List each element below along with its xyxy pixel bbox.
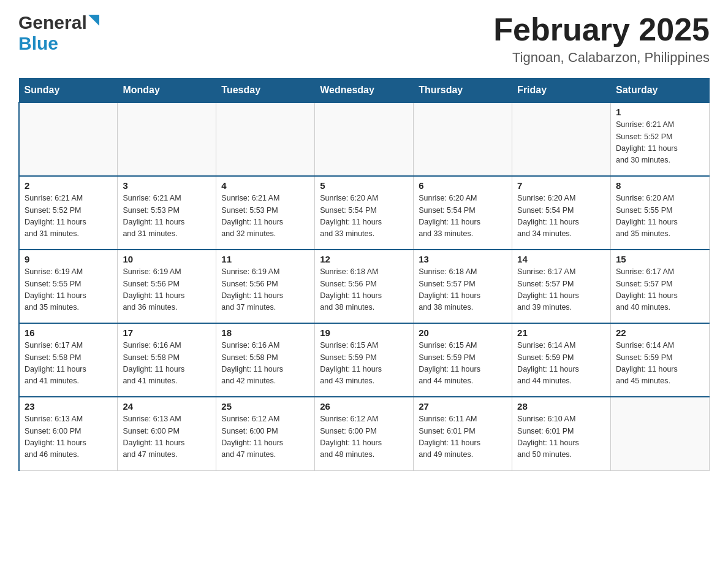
day-number: 3 [123,180,211,191]
day-info: Sunrise: 6:21 AM Sunset: 5:53 PM Dayligh… [221,193,309,240]
calendar-cell: 4Sunrise: 6:21 AM Sunset: 5:53 PM Daylig… [216,176,315,250]
title-section: February 2025 Tignoan, Calabarzon, Phili… [493,12,710,66]
day-number: 20 [419,327,507,338]
weekday-header-monday: Monday [118,79,216,103]
calendar-cell: 11Sunrise: 6:19 AM Sunset: 5:56 PM Dayli… [216,250,315,323]
day-number: 8 [616,180,704,191]
day-number: 15 [616,254,704,264]
day-number: 14 [517,254,605,264]
day-number: 22 [616,327,704,338]
calendar-cell [216,102,315,176]
day-number: 4 [221,180,309,191]
day-info: Sunrise: 6:20 AM Sunset: 5:55 PM Dayligh… [616,193,704,240]
calendar-cell: 18Sunrise: 6:16 AM Sunset: 5:58 PM Dayli… [216,323,315,397]
logo: General Blue [18,12,99,54]
calendar-cell: 6Sunrise: 6:20 AM Sunset: 5:54 PM Daylig… [414,176,512,250]
calendar-cell: 16Sunrise: 6:17 AM Sunset: 5:58 PM Dayli… [19,323,118,397]
calendar-cell: 22Sunrise: 6:14 AM Sunset: 5:59 PM Dayli… [611,323,710,397]
day-number: 5 [320,180,408,191]
weekday-row: SundayMondayTuesdayWednesdayThursdayFrid… [19,79,710,103]
day-number: 6 [419,180,507,191]
day-number: 23 [25,401,112,412]
day-info: Sunrise: 6:12 AM Sunset: 6:00 PM Dayligh… [320,413,408,461]
calendar-cell: 3Sunrise: 6:21 AM Sunset: 5:53 PM Daylig… [118,176,216,250]
calendar-week-2: 9Sunrise: 6:19 AM Sunset: 5:55 PM Daylig… [19,250,710,323]
day-info: Sunrise: 6:19 AM Sunset: 5:56 PM Dayligh… [123,266,211,314]
day-number: 24 [123,401,211,412]
page-header: General Blue February 2025 Tignoan, Cala… [18,12,710,66]
day-number: 18 [221,327,309,338]
calendar-cell [414,102,512,176]
calendar-cell: 8Sunrise: 6:20 AM Sunset: 5:55 PM Daylig… [611,176,710,250]
weekday-header-wednesday: Wednesday [315,79,414,103]
calendar-cell: 10Sunrise: 6:19 AM Sunset: 5:56 PM Dayli… [118,250,216,323]
day-info: Sunrise: 6:21 AM Sunset: 5:52 PM Dayligh… [25,193,112,240]
day-info: Sunrise: 6:15 AM Sunset: 5:59 PM Dayligh… [419,340,507,388]
calendar-cell: 1Sunrise: 6:21 AM Sunset: 5:52 PM Daylig… [611,102,710,176]
day-info: Sunrise: 6:17 AM Sunset: 5:58 PM Dayligh… [25,340,112,388]
calendar-cell: 28Sunrise: 6:10 AM Sunset: 6:01 PM Dayli… [512,397,611,470]
day-info: Sunrise: 6:19 AM Sunset: 5:56 PM Dayligh… [221,266,309,314]
day-info: Sunrise: 6:21 AM Sunset: 5:52 PM Dayligh… [616,119,704,167]
day-number: 12 [320,254,408,264]
day-number: 10 [123,254,211,264]
day-info: Sunrise: 6:15 AM Sunset: 5:59 PM Dayligh… [320,340,408,388]
day-info: Sunrise: 6:13 AM Sunset: 6:00 PM Dayligh… [123,413,211,461]
calendar-cell: 25Sunrise: 6:12 AM Sunset: 6:00 PM Dayli… [216,397,315,470]
day-number: 2 [25,180,112,191]
day-number: 7 [517,180,605,191]
day-info: Sunrise: 6:20 AM Sunset: 5:54 PM Dayligh… [419,193,507,240]
day-info: Sunrise: 6:21 AM Sunset: 5:53 PM Dayligh… [123,193,211,240]
calendar-cell: 15Sunrise: 6:17 AM Sunset: 5:57 PM Dayli… [611,250,710,323]
calendar-cell: 5Sunrise: 6:20 AM Sunset: 5:54 PM Daylig… [315,176,414,250]
day-info: Sunrise: 6:20 AM Sunset: 5:54 PM Dayligh… [517,193,605,240]
calendar-cell: 21Sunrise: 6:14 AM Sunset: 5:59 PM Dayli… [512,323,611,397]
calendar-cell [118,102,216,176]
calendar-cell: 9Sunrise: 6:19 AM Sunset: 5:55 PM Daylig… [19,250,118,323]
logo-triangle-icon [88,15,99,26]
calendar-cell: 26Sunrise: 6:12 AM Sunset: 6:00 PM Dayli… [315,397,414,470]
day-info: Sunrise: 6:13 AM Sunset: 6:00 PM Dayligh… [25,413,112,461]
day-number: 9 [25,254,112,264]
calendar-cell: 19Sunrise: 6:15 AM Sunset: 5:59 PM Dayli… [315,323,414,397]
weekday-header-saturday: Saturday [611,79,710,103]
calendar-cell [19,102,118,176]
calendar-cell: 14Sunrise: 6:17 AM Sunset: 5:57 PM Dayli… [512,250,611,323]
day-info: Sunrise: 6:18 AM Sunset: 5:57 PM Dayligh… [419,266,507,314]
calendar-week-0: 1Sunrise: 6:21 AM Sunset: 5:52 PM Daylig… [19,102,710,176]
day-info: Sunrise: 6:11 AM Sunset: 6:01 PM Dayligh… [419,413,507,461]
location-title: Tignoan, Calabarzon, Philippines [493,50,710,66]
calendar-cell: 7Sunrise: 6:20 AM Sunset: 5:54 PM Daylig… [512,176,611,250]
day-info: Sunrise: 6:17 AM Sunset: 5:57 PM Dayligh… [616,266,704,314]
day-number: 19 [320,327,408,338]
day-info: Sunrise: 6:16 AM Sunset: 5:58 PM Dayligh… [123,340,211,388]
calendar-cell: 13Sunrise: 6:18 AM Sunset: 5:57 PM Dayli… [414,250,512,323]
calendar-week-3: 16Sunrise: 6:17 AM Sunset: 5:58 PM Dayli… [19,323,710,397]
calendar-cell: 23Sunrise: 6:13 AM Sunset: 6:00 PM Dayli… [19,397,118,470]
day-number: 16 [25,327,112,338]
day-number: 21 [517,327,605,338]
day-number: 11 [221,254,309,264]
calendar-cell: 2Sunrise: 6:21 AM Sunset: 5:52 PM Daylig… [19,176,118,250]
calendar-cell [512,102,611,176]
day-number: 27 [419,401,507,412]
calendar-cell: 20Sunrise: 6:15 AM Sunset: 5:59 PM Dayli… [414,323,512,397]
day-info: Sunrise: 6:16 AM Sunset: 5:58 PM Dayligh… [221,340,309,388]
svg-marker-0 [88,15,99,26]
calendar-week-4: 23Sunrise: 6:13 AM Sunset: 6:00 PM Dayli… [19,397,710,470]
day-info: Sunrise: 6:12 AM Sunset: 6:00 PM Dayligh… [221,413,309,461]
day-number: 25 [221,401,309,412]
calendar-cell: 24Sunrise: 6:13 AM Sunset: 6:00 PM Dayli… [118,397,216,470]
day-info: Sunrise: 6:19 AM Sunset: 5:55 PM Dayligh… [25,266,112,314]
weekday-header-sunday: Sunday [19,79,118,103]
day-info: Sunrise: 6:14 AM Sunset: 5:59 PM Dayligh… [616,340,704,388]
calendar-cell: 12Sunrise: 6:18 AM Sunset: 5:56 PM Dayli… [315,250,414,323]
calendar-week-1: 2Sunrise: 6:21 AM Sunset: 5:52 PM Daylig… [19,176,710,250]
day-number: 17 [123,327,211,338]
day-info: Sunrise: 6:20 AM Sunset: 5:54 PM Dayligh… [320,193,408,240]
day-info: Sunrise: 6:10 AM Sunset: 6:01 PM Dayligh… [517,413,605,461]
calendar-cell [611,397,710,470]
day-number: 26 [320,401,408,412]
logo-blue-text: Blue [18,33,58,53]
calendar-cell: 17Sunrise: 6:16 AM Sunset: 5:58 PM Dayli… [118,323,216,397]
